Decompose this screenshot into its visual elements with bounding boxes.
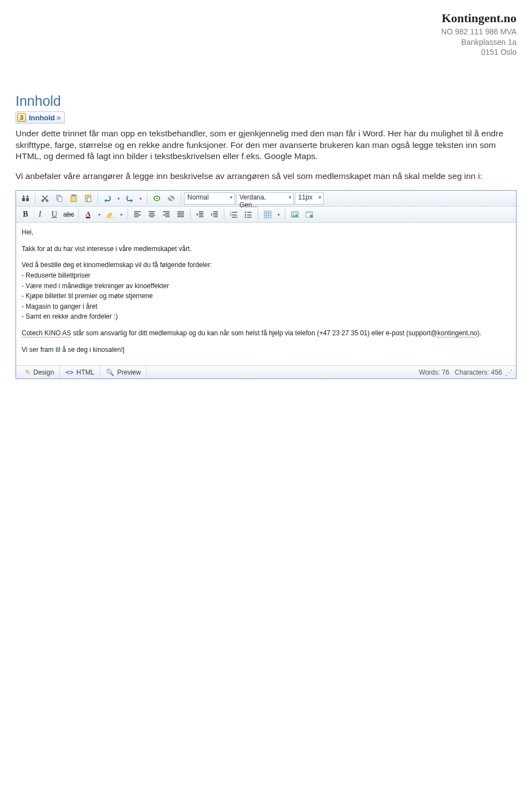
content-line: Takk for at du har vist interesse i våre…: [22, 244, 510, 254]
link-icon: [152, 194, 161, 203]
code-icon: <>: [65, 369, 73, 376]
tab-preview[interactable]: 🔍 Preview: [100, 366, 147, 378]
chevron-down-icon: ▾: [140, 196, 142, 201]
outdent-icon: [196, 210, 204, 219]
intro-paragraph-1: Under dette trinnet får man opp en tekst…: [16, 128, 516, 162]
svg-point-22: [310, 214, 313, 218]
align-justify-button[interactable]: [174, 208, 187, 221]
bold-button[interactable]: B: [19, 208, 32, 221]
cut-button[interactable]: [38, 192, 52, 204]
align-left-button[interactable]: [131, 208, 144, 221]
insert-image-button[interactable]: [288, 208, 301, 221]
content-line: Hei,: [22, 227, 510, 238]
underline-button[interactable]: U: [48, 208, 61, 221]
section-title: Innhold: [16, 93, 516, 109]
svg-rect-10: [106, 217, 114, 218]
strikethrough-button[interactable]: abc: [62, 208, 75, 221]
intro-paragraph-2: Vi anbefaler våre arrangører å legge inn…: [16, 171, 516, 182]
svg-text:2: 2: [230, 213, 232, 217]
find-replace-button[interactable]: [19, 192, 32, 204]
table-dropdown[interactable]: ▾: [275, 208, 282, 221]
highlight-color-button[interactable]: [104, 208, 117, 221]
chevron-down-icon: ▾: [117, 196, 120, 201]
tab-design[interactable]: ✎ Design: [19, 366, 60, 378]
unordered-list-icon: [244, 210, 253, 219]
content-line: Vi ser fram til å se deg i kinosalen!: [22, 345, 510, 355]
paragraph-style-select[interactable]: Normal: [184, 192, 235, 204]
redo-button[interactable]: [123, 192, 136, 204]
svg-rect-21: [306, 212, 313, 213]
ordered-list-icon: 12: [229, 210, 238, 219]
brand-logo: Kontingent.no: [16, 10, 516, 27]
undo-icon: [103, 194, 112, 203]
font-color-button[interactable]: A: [81, 208, 95, 221]
header-vat: NO 982 111 986 MVA: [16, 27, 516, 37]
copy-icon: [55, 194, 64, 203]
font-color-dropdown[interactable]: ▾: [96, 208, 103, 221]
unordered-list-button[interactable]: [242, 208, 255, 221]
svg-point-15: [245, 217, 247, 218]
image-icon: [290, 210, 299, 219]
outdent-button[interactable]: [193, 208, 207, 221]
svg-point-13: [245, 212, 247, 213]
pencil-icon: ✎: [25, 369, 30, 376]
align-left-icon: [133, 210, 142, 219]
chevron-down-icon: ▾: [98, 212, 100, 217]
svg-rect-3: [58, 197, 62, 202]
table-icon: [263, 210, 272, 219]
align-justify-icon: [176, 210, 185, 219]
paste-plain-button[interactable]: [81, 192, 95, 204]
svg-point-19: [293, 213, 295, 215]
content-line: Cotech KINO AS står som ansvarlig for di…: [22, 328, 510, 339]
resize-grip-icon[interactable]: ⋰: [505, 368, 513, 376]
insert-link-button[interactable]: [150, 192, 163, 204]
align-center-button[interactable]: [145, 208, 158, 221]
tab-html[interactable]: <> HTML: [60, 366, 100, 378]
italic-button[interactable]: I: [33, 208, 47, 221]
binoculars-icon: [21, 194, 30, 203]
editor-footer: ✎ Design <> HTML 🔍 Preview Words: 76 Cha…: [16, 365, 516, 378]
svg-rect-7: [88, 197, 91, 202]
editor-stats: Words: 76 Characters: 456: [419, 369, 502, 376]
module-icon: [305, 210, 314, 219]
paste-icon: [69, 194, 78, 203]
svg-rect-5: [72, 195, 75, 196]
highlight-icon: [106, 210, 115, 219]
indent-icon: [210, 210, 219, 219]
insert-table-button[interactable]: [261, 208, 274, 221]
paste-button[interactable]: [67, 192, 80, 204]
breadcrumb-label: Innhold: [29, 114, 55, 122]
redo-dropdown[interactable]: ▾: [137, 192, 144, 204]
paste-plain-icon: [84, 194, 93, 203]
header-addr2: 0151 Oslo: [16, 47, 516, 58]
page-header: Kontingent.no NO 982 111 986 MVA Bankpla…: [16, 10, 516, 58]
editor-toolbar-1: ▾ ▾ Normal Verdana, Gen… 11px: [16, 191, 516, 207]
magnifier-icon: 🔍: [106, 369, 114, 376]
editor-content-area[interactable]: Hei, Takk for at du har vist interesse i…: [16, 223, 516, 365]
align-right-icon: [162, 210, 171, 219]
font-size-select[interactable]: 11px: [295, 192, 324, 204]
scissors-icon: [40, 194, 49, 203]
copy-button[interactable]: [53, 192, 66, 204]
align-right-button[interactable]: [160, 208, 173, 221]
module-button[interactable]: [303, 208, 316, 221]
header-addr1: Bankplassen 1a: [16, 37, 516, 48]
redo-icon: [125, 194, 134, 203]
svg-point-8: [154, 196, 160, 201]
editor-toolbar-2: B I U abc A ▾ ▾ 12 ▾: [16, 207, 516, 223]
svg-rect-17: [264, 211, 271, 213]
ordered-list-button[interactable]: 12: [227, 208, 241, 221]
highlight-color-dropdown[interactable]: ▾: [118, 208, 125, 221]
unlink-icon: [167, 194, 176, 203]
remove-link-button[interactable]: [165, 192, 178, 204]
chevron-down-icon: ▾: [278, 212, 280, 217]
breadcrumb-step-icon: 3: [17, 113, 26, 122]
svg-point-14: [245, 214, 247, 216]
breadcrumb[interactable]: 3 Innhold »: [16, 111, 65, 124]
font-family-select[interactable]: Verdana, Gen…: [236, 192, 294, 204]
rich-text-editor: ▾ ▾ Normal Verdana, Gen… 11px B I U abc …: [16, 190, 516, 379]
chevron-down-icon: ▾: [120, 212, 122, 217]
indent-button[interactable]: [208, 208, 221, 221]
undo-dropdown[interactable]: ▾: [115, 192, 122, 204]
undo-button[interactable]: [101, 192, 114, 204]
